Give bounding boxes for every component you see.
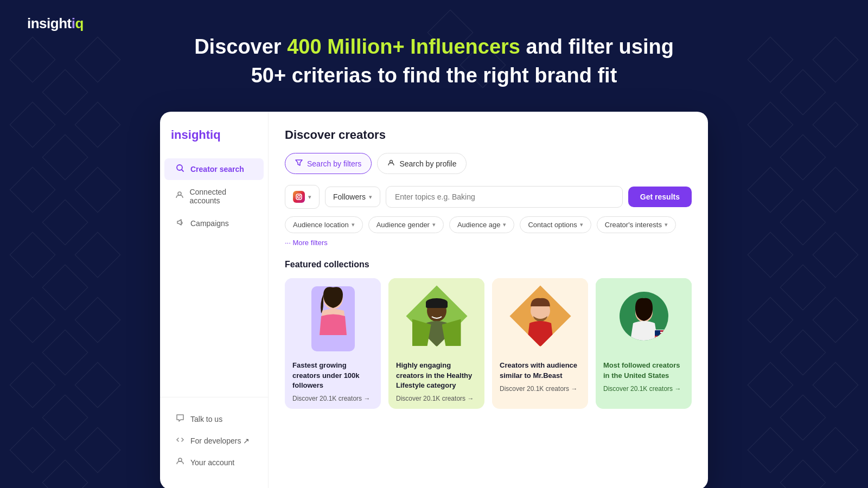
page-title: Discover creators <box>285 128 692 142</box>
followers-select[interactable]: Followers ▾ <box>325 187 380 207</box>
logo: insightiq <box>171 128 257 142</box>
featured-collections-title: Featured collections <box>285 260 692 269</box>
sidebar-item-for-developers-label: For developers ↗ <box>190 436 250 445</box>
sidebar-nav: Creator search Connected accounts Campai… <box>160 158 268 234</box>
person-icon <box>175 191 184 202</box>
card-image-mr-beast <box>492 278 588 354</box>
chat-icon <box>175 414 185 425</box>
contact-options-chevron: ▾ <box>580 221 583 228</box>
svg-point-3 <box>178 458 182 461</box>
hero-line1-end: and filter using <box>520 35 674 58</box>
followers-chevron: ▾ <box>369 194 372 201</box>
card-label-mr-beast: Creators with audience similar to Mr.Bea… <box>500 361 580 380</box>
topic-search-input[interactable] <box>386 186 623 208</box>
collection-card-most-followed-us[interactable]: Most followed creators in the United Sta… <box>596 278 692 409</box>
card-info-healthy-lifestyle: Highly engaging creators in the Healthy … <box>388 354 484 409</box>
collection-card-mr-beast[interactable]: Creators with audience similar to Mr.Bea… <box>492 278 588 409</box>
audience-age-label: Audience age <box>457 221 501 229</box>
svg-point-7 <box>300 195 301 196</box>
sidebar-item-creator-search[interactable]: Creator search <box>164 158 264 180</box>
hero-title: Discover 400 Million+ Influencers and fi… <box>11 33 857 90</box>
more-filters-label: ··· More filters <box>285 239 328 247</box>
card-image-healthy-lifestyle <box>388 278 484 354</box>
sidebar: insightiq Creator search Connected accou… <box>160 112 269 488</box>
sidebar-item-campaigns-label: Campaigns <box>190 219 229 228</box>
sidebar-bottom: Talk to us For developers ↗ Your account <box>160 397 268 473</box>
filter-creators-interests[interactable]: Creator's interests ▾ <box>597 216 676 233</box>
sidebar-item-connected-accounts[interactable]: Connected accounts <box>164 182 264 210</box>
code-icon <box>175 435 185 446</box>
more-filters-button[interactable]: ··· More filters <box>285 239 328 247</box>
card-discover-mr-beast[interactable]: Discover 20.1K creators → <box>500 385 580 393</box>
collections-grid: Fastest growing creators under 100k foll… <box>285 278 692 409</box>
card-discover-most-followed-us[interactable]: Discover 20.1K creators → <box>603 385 684 393</box>
filter-icon <box>295 159 303 168</box>
top-logo: insightiq <box>27 15 84 32</box>
account-icon <box>175 457 185 468</box>
creators-interests-label: Creator's interests <box>605 221 662 229</box>
hero-highlight: 400 Million+ Influencers <box>287 35 520 58</box>
filter-audience-gender[interactable]: Audience gender ▾ <box>368 216 444 233</box>
platform-select[interactable]: ▾ <box>285 185 320 209</box>
svg-point-2 <box>178 192 181 195</box>
search-tabs: Search by filters Search by profile <box>285 153 692 174</box>
tab-search-by-filters-label: Search by filters <box>307 159 361 168</box>
instagram-icon <box>293 191 305 203</box>
audience-location-label: Audience location <box>293 221 349 229</box>
svg-point-6 <box>298 196 301 198</box>
tab-search-by-filters[interactable]: Search by filters <box>285 153 372 174</box>
search-icon <box>175 164 185 175</box>
collection-card-fastest-growing[interactable]: Fastest growing creators under 100k foll… <box>285 278 381 409</box>
main-content: Discover creators Search by filters Sear… <box>269 112 708 488</box>
filter-contact-options[interactable]: Contact options ▾ <box>520 216 591 233</box>
audience-gender-label: Audience gender <box>376 221 430 229</box>
tab-search-by-profile-label: Search by profile <box>399 159 456 168</box>
hero-line1-start: Discover <box>194 35 287 58</box>
card-info-mr-beast: Creators with audience similar to Mr.Bea… <box>492 354 588 399</box>
creators-interests-chevron: ▾ <box>665 221 668 228</box>
collection-card-healthy-lifestyle[interactable]: Highly engaging creators in the Healthy … <box>388 278 484 409</box>
search-input-wrap <box>386 186 623 208</box>
platform-chevron: ▾ <box>308 194 311 201</box>
card-label-fastest-growing: Fastest growing creators under 100k foll… <box>292 361 373 390</box>
card-info-fastest-growing: Fastest growing creators under 100k foll… <box>285 354 381 409</box>
tab-search-by-profile[interactable]: Search by profile <box>377 153 467 174</box>
card-discover-healthy-lifestyle[interactable]: Discover 20.1K creators → <box>396 395 477 402</box>
followers-label: Followers <box>333 192 366 201</box>
svg-line-1 <box>182 170 183 171</box>
megaphone-icon <box>175 218 185 229</box>
card-label-healthy-lifestyle: Highly engaging creators in the Healthy … <box>396 361 477 390</box>
audience-gender-chevron: ▾ <box>432 221 436 228</box>
search-bar: ▾ Followers ▾ Get results <box>285 185 692 209</box>
main-card: insightiq Creator search Connected accou… <box>160 112 708 488</box>
filter-audience-age[interactable]: Audience age ▾ <box>449 216 515 233</box>
audience-location-chevron: ▾ <box>352 221 355 228</box>
card-info-most-followed-us: Most followed creators in the United Sta… <box>596 354 692 399</box>
sidebar-logo: insightiq <box>160 128 268 158</box>
hero-header: Discover 400 Million+ Influencers and fi… <box>0 0 868 112</box>
sidebar-item-talk-to-us-label: Talk to us <box>190 415 222 423</box>
contact-options-label: Contact options <box>528 221 577 229</box>
audience-age-chevron: ▾ <box>503 221 506 228</box>
sidebar-item-your-account[interactable]: Your account <box>164 452 264 473</box>
card-image-fastest-growing <box>285 278 381 354</box>
sidebar-item-talk-to-us[interactable]: Talk to us <box>164 408 264 430</box>
sidebar-item-creator-search-label: Creator search <box>190 165 244 174</box>
card-label-most-followed-us: Most followed creators in the United Sta… <box>603 361 684 380</box>
profile-icon <box>387 159 395 168</box>
svg-rect-12 <box>426 301 448 308</box>
filter-bar: Audience location ▾ Audience gender ▾ Au… <box>285 216 692 247</box>
sidebar-item-your-account-label: Your account <box>190 458 234 467</box>
hero-line2: 50+ criterias to find the right brand fi… <box>251 64 617 87</box>
filter-audience-location[interactable]: Audience location ▾ <box>285 216 363 233</box>
card-discover-fastest-growing[interactable]: Discover 20.1K creators → <box>292 395 373 402</box>
sidebar-item-connected-accounts-label: Connected accounts <box>189 188 253 205</box>
card-image-most-followed-us <box>596 278 692 354</box>
sidebar-item-for-developers[interactable]: For developers ↗ <box>164 430 264 452</box>
get-results-button[interactable]: Get results <box>628 187 692 207</box>
sidebar-item-campaigns[interactable]: Campaigns <box>164 213 264 234</box>
